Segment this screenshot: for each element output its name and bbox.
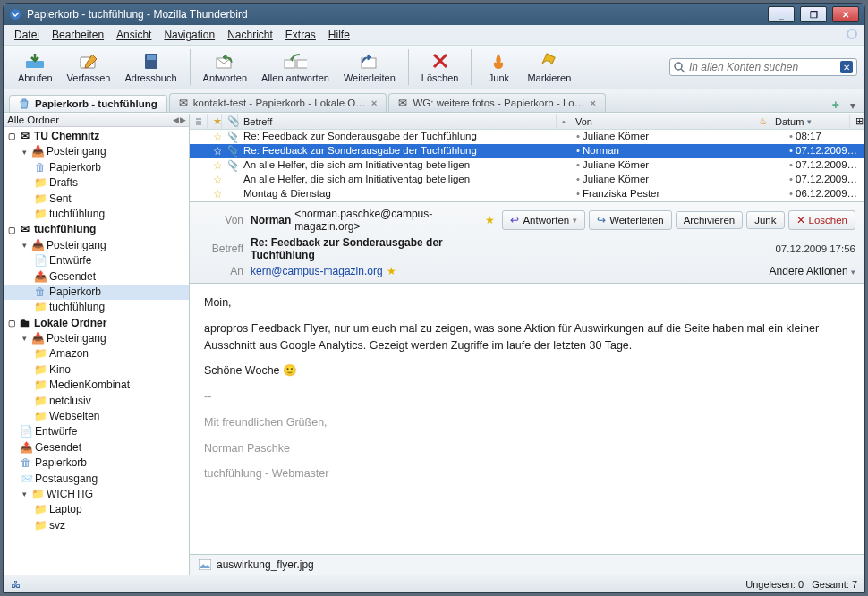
junk-label: Junk — [489, 72, 509, 83]
preview-delete-button[interactable]: ✕Löschen — [788, 210, 855, 230]
column-star[interactable]: ★ — [208, 114, 222, 129]
flame-icon — [487, 51, 510, 71]
column-junk[interactable]: ♨ — [753, 114, 770, 129]
delete-button[interactable]: Löschen — [414, 49, 466, 85]
search-input[interactable] — [689, 61, 837, 73]
folder-amazon[interactable]: 📁Amazon — [4, 346, 189, 362]
menu-ansicht[interactable]: Ansicht — [111, 27, 157, 43]
junk-button[interactable]: Junk — [477, 49, 520, 85]
marker-icon — [538, 51, 561, 71]
star-icon[interactable]: ☆ — [208, 158, 222, 173]
star-icon[interactable]: ☆ — [208, 130, 222, 144]
folder-inbox[interactable]: ▾📥Posteingang — [4, 238, 189, 253]
message-row[interactable]: ☆📎An alle Helfer, die sich am Initiative… — [190, 158, 864, 173]
forward-icon — [358, 51, 381, 71]
tab-inactive-1[interactable]: ✉ kontakt-test - Papierkorb - Lokale O… … — [169, 93, 387, 112]
menu-extras[interactable]: Extras — [280, 27, 321, 43]
folder-kino[interactable]: 📁Kino — [4, 362, 189, 378]
preview-archive-button[interactable]: Archivieren — [676, 211, 744, 229]
global-search[interactable]: ✕ — [669, 58, 857, 76]
search-clear-button[interactable]: ✕ — [840, 61, 853, 73]
row-subject: Re: Feedback zur Sonderausgabe der Tuchf… — [238, 130, 571, 144]
folder-sent[interactable]: 📤Gesendet — [4, 269, 189, 285]
folder-view-arrows[interactable]: ◀ ▶ — [173, 115, 185, 124]
recipient-link[interactable]: kern@campus-magazin.org — [251, 265, 383, 277]
addressbook-button[interactable]: Adressbuch — [117, 49, 183, 85]
folder-netclusiv[interactable]: 📁netclusiv — [4, 394, 189, 409]
menu-nachricht[interactable]: Nachricht — [222, 27, 278, 43]
folder-postausgang[interactable]: 📨Postausgang — [4, 472, 189, 487]
folder-papierkorb-selected[interactable]: 🗑Papierkorb — [4, 285, 189, 300]
column-picker[interactable]: ⊞ — [850, 114, 864, 129]
message-body: Moin, apropros Feedback Flyer, nur um eu… — [190, 284, 864, 554]
column-subject[interactable]: Betreff — [238, 114, 557, 129]
message-row[interactable]: ☆Montag & Dienstag•Franziska Pester•06.1… — [190, 187, 864, 201]
attachment-bar[interactable]: auswirkung_flyer.jpg — [190, 554, 864, 575]
folder-papierkorb[interactable]: 🗑Papierkorb — [4, 160, 189, 175]
reply-all-button[interactable]: Allen antworten — [254, 49, 336, 85]
menu-hilfe[interactable]: Hilfe — [323, 27, 355, 43]
folder-drafts[interactable]: 📄Entwürfe — [4, 253, 189, 268]
reply-button[interactable]: Antworten — [196, 49, 255, 85]
message-row[interactable]: ☆An alle Helfer, die sich am Initiativen… — [190, 173, 864, 187]
compose-icon — [77, 51, 100, 71]
folder-papierkorb[interactable]: 🗑Papierkorb — [4, 456, 189, 471]
star-icon[interactable]: ☆ — [208, 144, 222, 158]
column-date[interactable]: Datum ▾ — [770, 114, 850, 129]
get-mail-button[interactable]: Abrufen — [11, 49, 60, 85]
other-actions-menu[interactable]: Andere Aktionen ▾ — [502, 265, 855, 277]
column-attachment[interactable]: 📎 — [222, 114, 238, 129]
message-row[interactable]: ☆📎Re: Feedback zur Sonderausgabe der Tuc… — [190, 144, 864, 158]
folder-laptop[interactable]: 📁Laptop — [4, 502, 189, 517]
folder-webseiten[interactable]: 📁Webseiten — [4, 409, 189, 424]
account-tuchfuehlung[interactable]: ▢✉tuchfühlung — [4, 222, 189, 237]
folder-sent[interactable]: 📤Gesendet — [4, 440, 189, 456]
delete-label: Löschen — [421, 72, 459, 83]
column-from[interactable]: • Von — [557, 114, 753, 129]
forward-button[interactable]: Weiterleiten — [336, 49, 403, 85]
preview-reply-button[interactable]: ↩Antworten▾ — [502, 210, 585, 230]
total-label: Gesamt: — [812, 579, 849, 590]
folder-tuchfuehlung[interactable]: 📁tuchfühlung — [4, 300, 189, 315]
folder-wichtig[interactable]: ▾📁WICHTIG — [4, 487, 189, 502]
folder-sent[interactable]: 📁Sent — [4, 192, 189, 207]
star-icon[interactable]: ☆ — [208, 173, 222, 187]
tab-dropdown-button[interactable]: ▾ — [847, 99, 859, 112]
close-button[interactable]: ✕ — [832, 6, 859, 22]
message-row[interactable]: ☆📎Re: Feedback zur Sonderausgabe der Tuc… — [190, 130, 864, 144]
tab-inactive-2[interactable]: ✉ WG: weitere fotos - Papierkorb - Lo… × — [388, 93, 605, 112]
preview-forward-button[interactable]: ↪Weiterleiten — [589, 210, 672, 230]
folder-svz[interactable]: 📁svz — [4, 518, 189, 533]
folder-medienkombinat[interactable]: 📁MedienKombinat — [4, 378, 189, 393]
star-icon[interactable]: ★ — [387, 265, 396, 277]
account-lokale-ordner[interactable]: ▢🖿Lokale Ordner — [4, 316, 189, 331]
star-icon[interactable]: ☆ — [208, 187, 222, 201]
folder-drafts[interactable]: 📁Drafts — [4, 175, 189, 191]
folder-drafts[interactable]: 📄Entwürfe — [4, 424, 189, 439]
minimize-button[interactable]: _ — [768, 6, 795, 22]
menu-bearbeiten[interactable]: Bearbeiten — [47, 27, 109, 43]
account-tu-chemnitz[interactable]: ▢✉TU Chemnitz — [4, 129, 189, 144]
svg-rect-8 — [297, 60, 307, 68]
reply-all-icon — [284, 51, 307, 71]
folder-inbox[interactable]: ▾📥Posteingang — [4, 144, 189, 159]
tab-close-icon[interactable]: × — [371, 98, 378, 108]
column-thread[interactable] — [190, 114, 208, 129]
preview-junk-button[interactable]: Junk — [746, 211, 784, 229]
mark-button[interactable]: Markieren — [520, 49, 578, 85]
folder-inbox[interactable]: ▾📥Posteingang — [4, 331, 189, 346]
menu-navigation[interactable]: Navigation — [158, 27, 220, 43]
folder-tuchfuehlung[interactable]: 📁tuchfühlung — [4, 207, 189, 222]
menu-datei[interactable]: Datei — [9, 27, 45, 43]
star-icon[interactable]: ★ — [485, 214, 495, 226]
forward-label: Weiterleiten — [344, 72, 396, 83]
tab-active[interactable]: Papierkorb - tuchfühlung — [9, 95, 167, 112]
online-icon[interactable]: 🖧 — [11, 579, 21, 590]
maximize-button[interactable]: ❐ — [800, 6, 827, 22]
new-tab-button[interactable]: + — [827, 98, 845, 112]
tab-close-icon[interactable]: × — [590, 98, 596, 108]
compose-button[interactable]: Verfassen — [60, 49, 118, 85]
body-line: Schöne Woche 🙂 — [204, 362, 850, 379]
attachment-icon: 📎 — [222, 130, 238, 144]
reply-label: Antworten — [203, 72, 248, 83]
